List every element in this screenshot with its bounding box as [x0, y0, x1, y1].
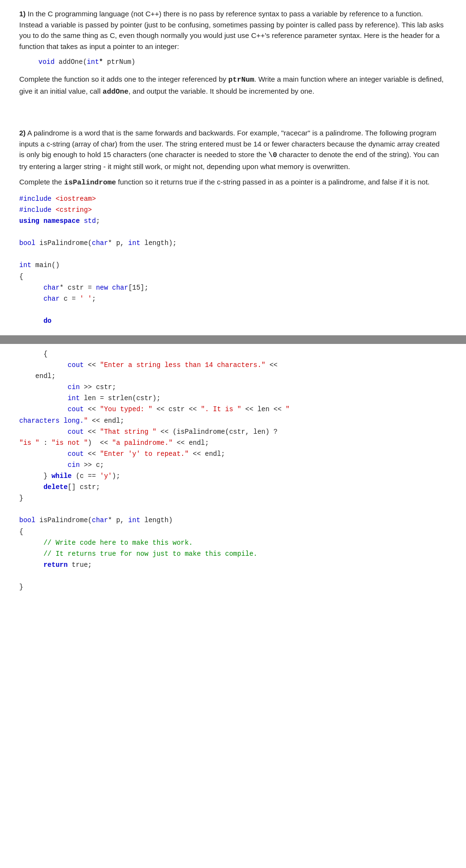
code-do-brace: {	[19, 349, 447, 360]
code-int-len: int len = strlen(cstr);	[19, 393, 447, 404]
code-line-brace-open: {	[19, 271, 447, 282]
code-line-do: do	[19, 316, 447, 327]
section2-code-block: #include <iostream> #include <cstring> u…	[19, 194, 447, 327]
code-ispalindrome-def: bool isPalindrome(char* p, int length)	[19, 515, 447, 526]
code-line-blank1	[19, 227, 447, 238]
section1-number: 1)	[19, 10, 25, 18]
code-cin-cstr: cin >> cstr;	[19, 382, 447, 393]
code-line-blank3	[19, 305, 447, 316]
code-return-true: return true;	[19, 560, 447, 571]
code-line-using: using namespace std;	[19, 216, 447, 227]
code-line-charc: char c = ' ';	[19, 293, 447, 305]
page-separator	[0, 335, 466, 344]
code-is-palindrome: "is " : "is not ") << "a palindrome." <<…	[19, 438, 447, 449]
code-endl1: endl;	[19, 371, 447, 382]
code-line-cstr: char* cstr = new char[15];	[19, 282, 447, 293]
code-line-include1: #include <iostream>	[19, 194, 447, 205]
code-blank-before-close	[19, 571, 447, 582]
section-1: 1) In the C programming language (not C+…	[19, 9, 447, 98]
null-char: \0	[269, 151, 277, 159]
code-line-proto: bool isPalindrome(char* p, int length);	[19, 238, 447, 249]
code-ispalindrome-close: }	[19, 582, 447, 593]
code-ispalindrome-brace-open: {	[19, 526, 447, 538]
void-keyword: void	[38, 58, 55, 66]
code-blank-after-main	[19, 504, 447, 515]
code-line-main: int main()	[19, 260, 447, 271]
param-name: ptrNum)	[103, 58, 135, 66]
addOne-fn: addOne(	[59, 58, 87, 66]
section2-intro: 2) A palindrome is a word that is the sa…	[19, 128, 447, 172]
code-line-include2: #include <cstring>	[19, 205, 447, 216]
section1-instructions: Complete the function so it adds one to …	[19, 74, 447, 98]
section1-text: 1) In the C programming language (not C+…	[19, 9, 447, 52]
section2-number: 2)	[19, 129, 25, 137]
isPalindrome-ref: isPalindrome	[64, 179, 116, 187]
code-comment2: // It returns true for now just to make …	[19, 549, 447, 560]
addOne-ref: addOne	[102, 88, 128, 96]
ptrNum-ref: ptrNum	[228, 76, 254, 84]
code-cout-typed: cout << "You typed: " << cstr << ". It i…	[19, 404, 447, 415]
page-bottom: { cout << "Enter a string less than 14 c…	[0, 344, 466, 602]
section2-instructions: Complete the isPalindrome function so it…	[19, 177, 447, 189]
code-cout-that: cout << "That string " << (isPalindrome(…	[19, 427, 447, 438]
code-comment1: // Write code here to make this work.	[19, 538, 447, 549]
code-cin-c: cin >> c;	[19, 460, 447, 471]
code-main-close: }	[19, 493, 447, 504]
bottom-code-block: { cout << "Enter a string less than 14 c…	[19, 349, 447, 593]
code-line-blank2	[19, 249, 447, 260]
section1-code: void addOne(int* ptrNum)	[38, 57, 447, 67]
int-keyword: int	[87, 58, 99, 66]
code-delete: delete[] cstr;	[19, 482, 447, 493]
code-cout-enter: cout << "Enter a string less than 14 cha…	[19, 360, 447, 371]
code-characters-long: characters long." << endl;	[19, 416, 447, 427]
code-cout-repeat: cout << "Enter 'y' to repeat." << endl;	[19, 449, 447, 460]
page-top: 1) In the C programming language (not C+…	[0, 0, 466, 327]
section-2: 2) A palindrome is a word that is the sa…	[19, 128, 447, 327]
code-while: } while (c == 'y');	[19, 471, 447, 482]
